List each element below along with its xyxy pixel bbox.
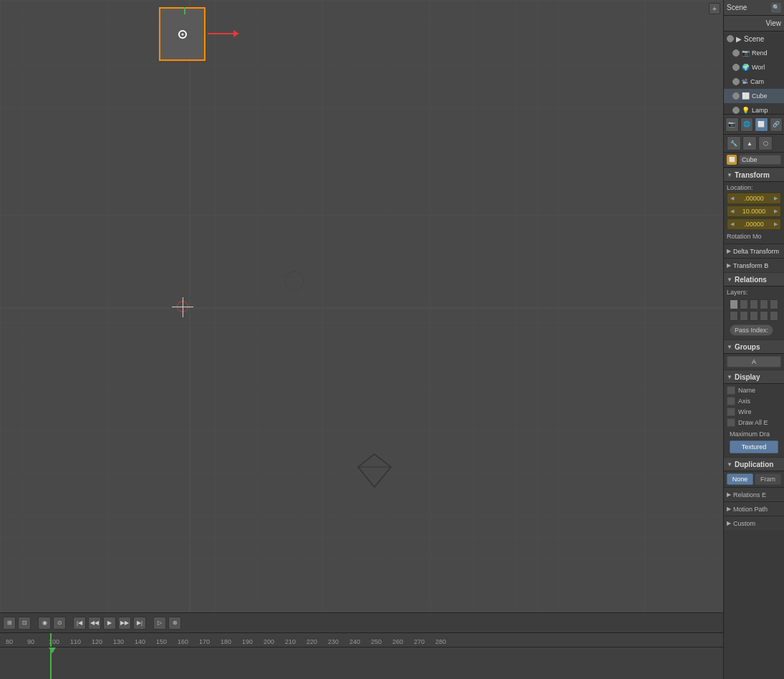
viewport-grid bbox=[0, 0, 723, 612]
outliner-scene[interactable]: ▶ Scene bbox=[724, 32, 784, 46]
tab-constraint[interactable]: 🔗 bbox=[770, 117, 783, 132]
render-visibility[interactable] bbox=[732, 49, 740, 57]
transform-section-header[interactable]: ▼ Transform bbox=[724, 168, 784, 182]
tl-btn-4[interactable]: ⊙ bbox=[53, 617, 66, 630]
layer-2[interactable] bbox=[740, 299, 748, 309]
svg-rect-1 bbox=[0, 0, 723, 612]
dup-btn-row: None Fram bbox=[727, 473, 781, 485]
duplication-label: Duplication bbox=[735, 461, 773, 468]
textured-btn[interactable]: Textured bbox=[730, 440, 778, 453]
outliner-world[interactable]: 🌍 Worl bbox=[724, 60, 784, 74]
tl-btn-5[interactable]: |◀ bbox=[73, 617, 86, 630]
outliner-camera[interactable]: 📽 Cam bbox=[724, 74, 784, 89]
display-content: Name Axis Wire Draw All E Maximum Dra Te… bbox=[724, 384, 784, 457]
transform-content: Location: ◀ .00000 ▶ ◀ 10.0000 ▶ ◀ .0000… bbox=[724, 182, 784, 244]
world-icon: 🌍 bbox=[742, 64, 750, 71]
outliner-cube[interactable]: ⬜ Cube bbox=[724, 89, 784, 103]
name-row: Name bbox=[727, 386, 781, 395]
tl-btn-1[interactable]: ⊞ bbox=[3, 617, 16, 630]
scene-visibility[interactable] bbox=[727, 35, 734, 42]
lamp-visibility[interactable] bbox=[732, 107, 740, 114]
object-name-input[interactable] bbox=[739, 155, 781, 165]
pass-index-btn[interactable]: Pass Index: bbox=[730, 324, 773, 336]
display-section-header[interactable]: ▼ Display bbox=[724, 370, 784, 384]
dup-frames-btn[interactable]: Fram bbox=[755, 473, 781, 485]
rotation-mode: Rotation Mo bbox=[727, 231, 781, 241]
location-z[interactable]: ◀ .00000 ▶ bbox=[727, 218, 781, 230]
cube-visibility[interactable] bbox=[732, 92, 740, 100]
timeline[interactable]: ⊞ ⊡ ◉ ⊙ |◀ ◀◀ ▶ ▶▶ ▶| ▷ ⊗ 80 90 100 110 … bbox=[0, 612, 723, 679]
tl-btn-2[interactable]: ⊡ bbox=[18, 617, 31, 630]
max-draw-label: Maximum Dra bbox=[727, 429, 781, 439]
layer-10[interactable] bbox=[770, 311, 778, 321]
motion-path-header[interactable]: ▶ Motion Path bbox=[724, 501, 784, 516]
world-visibility[interactable] bbox=[732, 64, 740, 71]
name-checkbox[interactable] bbox=[727, 386, 735, 395]
tl-btn-3[interactable]: ◉ bbox=[38, 617, 51, 630]
location-x[interactable]: ◀ .00000 ▶ bbox=[727, 193, 781, 204]
tl-btn-8[interactable]: ▶▶ bbox=[118, 617, 131, 630]
tab-render[interactable]: 📷 bbox=[725, 117, 739, 132]
add-group-btn[interactable]: A bbox=[727, 356, 781, 367]
viewport[interactable]: + bbox=[0, 0, 723, 612]
tl-btn-9[interactable]: ▶| bbox=[133, 617, 146, 630]
groups-section-header[interactable]: ▼ Groups bbox=[724, 340, 784, 354]
layer-6[interactable] bbox=[730, 311, 738, 321]
delta-transform-header[interactable]: ▶ Delta Transform bbox=[724, 244, 784, 258]
draw-all-row: Draw All E bbox=[727, 418, 781, 427]
location-y[interactable]: ◀ 10.0000 ▶ bbox=[727, 206, 781, 217]
prop-icon-3[interactable]: ⬡ bbox=[758, 136, 773, 150]
layer-7[interactable] bbox=[740, 311, 748, 321]
wire-checkbox[interactable] bbox=[727, 408, 735, 416]
axis-checkbox[interactable] bbox=[727, 397, 735, 405]
draw-all-checkbox[interactable] bbox=[727, 418, 735, 427]
tab-object[interactable]: ⬜ bbox=[755, 117, 768, 132]
tab-scene[interactable]: 🌐 bbox=[740, 117, 754, 132]
dup-none-btn[interactable]: None bbox=[727, 473, 753, 485]
scene-label: Scene bbox=[744, 35, 764, 43]
prop-icon-1[interactable]: 🔧 bbox=[727, 136, 741, 150]
viewport-corner-button[interactable]: + bbox=[709, 3, 720, 14]
ruler-label-120: 120 bbox=[92, 638, 102, 645]
ruler-label-220: 220 bbox=[306, 638, 317, 645]
timeline-tracks[interactable] bbox=[0, 647, 723, 679]
layer-9[interactable] bbox=[760, 311, 768, 321]
timeline-controls: ⊞ ⊡ ◉ ⊙ |◀ ◀◀ ▶ ▶▶ ▶| ▷ ⊗ bbox=[0, 613, 723, 633]
tl-btn-10[interactable]: ▷ bbox=[153, 617, 166, 630]
ruler-label-90: 90 bbox=[27, 638, 34, 645]
outliner-lamp[interactable]: 💡 Lamp bbox=[724, 103, 784, 115]
layer-5[interactable] bbox=[770, 299, 778, 309]
prop-icon-2[interactable]: ▲ bbox=[742, 136, 757, 150]
wire-label: Wire bbox=[738, 408, 752, 415]
axis-row: Axis bbox=[727, 397, 781, 405]
layer-1[interactable] bbox=[730, 299, 738, 309]
outliner-render[interactable]: 📷 Rend bbox=[724, 46, 784, 60]
tl-btn-11[interactable]: ⊗ bbox=[168, 617, 181, 630]
relations-extra-header[interactable]: ▶ Relations E bbox=[724, 487, 784, 501]
axis-label: Axis bbox=[738, 398, 750, 405]
timeline-ruler[interactable]: 80 90 100 110 120 130 140 150 160 170 18… bbox=[0, 633, 723, 647]
transform-b-label: Transform B bbox=[733, 262, 768, 269]
playhead-arrow bbox=[49, 647, 56, 653]
display-label: Display bbox=[735, 373, 760, 381]
selected-object-cube[interactable] bbox=[159, 7, 205, 61]
tl-btn-6[interactable]: ◀◀ bbox=[88, 617, 101, 630]
outliner-header: Scene 🔍 bbox=[724, 0, 784, 16]
layer-4[interactable] bbox=[760, 299, 768, 309]
lamp-object[interactable] bbox=[284, 271, 304, 291]
duplication-section-header[interactable]: ▼ Duplication bbox=[724, 457, 784, 471]
transform-b-header[interactable]: ▶ Transform B bbox=[724, 258, 784, 272]
custom-props-header[interactable]: ▶ Custom bbox=[724, 516, 784, 530]
relations-section-header[interactable]: ▼ Relations bbox=[724, 272, 784, 286]
outliner-search[interactable]: 🔍 bbox=[771, 3, 781, 13]
custom-props-label: Custom bbox=[733, 520, 755, 527]
layer-3[interactable] bbox=[750, 299, 758, 309]
outliner-panel: Scene 🔍 View ▶ Scene 📷 Rend 🌍 Worl 📽 Cam… bbox=[723, 0, 784, 115]
camera-object[interactable] bbox=[357, 453, 392, 488]
tl-btn-7[interactable]: ▶ bbox=[103, 617, 116, 630]
transform-label: Transform bbox=[735, 171, 770, 179]
ruler-label-200: 200 bbox=[263, 638, 274, 645]
layer-8[interactable] bbox=[750, 311, 758, 321]
camera-visibility[interactable] bbox=[732, 78, 740, 85]
svg-marker-4 bbox=[358, 454, 391, 487]
